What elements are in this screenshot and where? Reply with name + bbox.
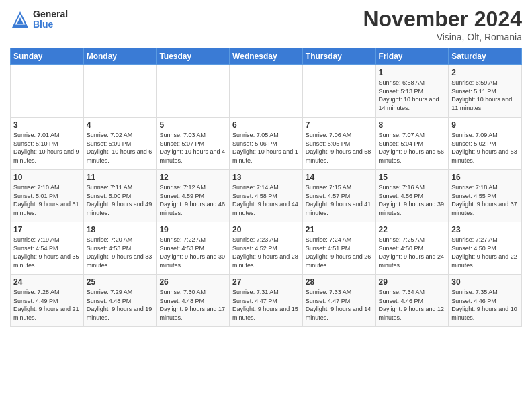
day-info: Sunrise: 7:16 AM Sunset: 4:56 PM Dayligh… <box>379 183 446 217</box>
main-container: General Blue November 2024 Visina, Olt, … <box>0 0 532 330</box>
calendar-cell: 15Sunrise: 7:16 AM Sunset: 4:56 PM Dayli… <box>375 170 449 222</box>
day-info: Sunrise: 7:25 AM Sunset: 4:50 PM Dayligh… <box>379 236 446 269</box>
calendar-cell: 18Sunrise: 7:20 AM Sunset: 4:53 PM Dayli… <box>83 222 157 275</box>
week-row-3: 10Sunrise: 7:10 AM Sunset: 5:01 PM Dayli… <box>11 170 522 222</box>
calendar-cell: 24Sunrise: 7:28 AM Sunset: 4:49 PM Dayli… <box>11 275 84 327</box>
day-number: 21 <box>306 225 373 234</box>
day-info: Sunrise: 7:33 AM Sunset: 4:47 PM Dayligh… <box>306 288 373 322</box>
day-info: Sunrise: 7:14 AM Sunset: 4:58 PM Dayligh… <box>232 183 300 217</box>
day-number: 11 <box>87 173 154 182</box>
calendar-cell: 26Sunrise: 7:30 AM Sunset: 4:48 PM Dayli… <box>157 275 230 327</box>
day-info: Sunrise: 7:19 AM Sunset: 4:54 PM Dayligh… <box>13 236 81 269</box>
day-info: Sunrise: 7:28 AM Sunset: 4:49 PM Dayligh… <box>13 288 81 322</box>
col-thursday: Thursday <box>302 48 375 65</box>
calendar-cell: 22Sunrise: 7:25 AM Sunset: 4:50 PM Dayli… <box>375 222 449 275</box>
day-number: 28 <box>306 277 373 287</box>
calendar-cell <box>83 65 157 118</box>
calendar-cell: 27Sunrise: 7:31 AM Sunset: 4:47 PM Dayli… <box>230 275 303 327</box>
calendar-cell: 16Sunrise: 7:18 AM Sunset: 4:55 PM Dayli… <box>449 170 522 222</box>
day-number: 1 <box>379 68 446 77</box>
day-number: 5 <box>159 120 226 130</box>
logo-general-text: General <box>33 9 68 19</box>
calendar-cell: 20Sunrise: 7:23 AM Sunset: 4:52 PM Dayli… <box>230 222 303 275</box>
col-sunday: Sunday <box>11 48 84 65</box>
calendar-cell <box>302 65 375 118</box>
day-number: 18 <box>87 225 154 234</box>
day-number: 27 <box>232 277 300 287</box>
logo: General Blue <box>10 9 68 30</box>
calendar-cell: 30Sunrise: 7:35 AM Sunset: 4:46 PM Dayli… <box>449 275 522 327</box>
day-info: Sunrise: 7:18 AM Sunset: 4:55 PM Dayligh… <box>451 183 519 217</box>
day-number: 15 <box>379 173 446 182</box>
calendar-cell: 21Sunrise: 7:24 AM Sunset: 4:51 PM Dayli… <box>302 222 375 275</box>
day-number: 10 <box>13 173 81 182</box>
calendar-cell: 12Sunrise: 7:12 AM Sunset: 4:59 PM Dayli… <box>157 170 230 222</box>
day-info: Sunrise: 7:02 AM Sunset: 5:09 PM Dayligh… <box>87 131 154 165</box>
day-info: Sunrise: 6:58 AM Sunset: 5:13 PM Dayligh… <box>379 79 446 112</box>
week-row-4: 17Sunrise: 7:19 AM Sunset: 4:54 PM Dayli… <box>11 222 522 275</box>
col-friday: Friday <box>375 48 449 65</box>
calendar-cell: 19Sunrise: 7:22 AM Sunset: 4:53 PM Dayli… <box>157 222 230 275</box>
day-number: 9 <box>451 120 519 130</box>
day-number: 25 <box>87 277 154 287</box>
day-number: 3 <box>13 120 81 130</box>
day-info: Sunrise: 7:34 AM Sunset: 4:46 PM Dayligh… <box>379 288 446 322</box>
calendar-cell: 29Sunrise: 7:34 AM Sunset: 4:46 PM Dayli… <box>375 275 449 327</box>
week-row-1: 1Sunrise: 6:58 AM Sunset: 5:13 PM Daylig… <box>11 65 522 118</box>
header: General Blue November 2024 Visina, Olt, … <box>10 7 522 42</box>
calendar-cell: 11Sunrise: 7:11 AM Sunset: 5:00 PM Dayli… <box>83 170 157 222</box>
col-saturday: Saturday <box>449 48 522 65</box>
day-info: Sunrise: 7:35 AM Sunset: 4:46 PM Dayligh… <box>451 288 519 322</box>
calendar-cell: 3Sunrise: 7:01 AM Sunset: 5:10 PM Daylig… <box>11 118 84 170</box>
day-info: Sunrise: 7:10 AM Sunset: 5:01 PM Dayligh… <box>13 183 81 217</box>
logo-icon <box>10 9 30 30</box>
day-info: Sunrise: 7:12 AM Sunset: 4:59 PM Dayligh… <box>159 183 226 217</box>
day-number: 23 <box>451 225 519 234</box>
day-number: 2 <box>451 68 519 77</box>
calendar-cell: 5Sunrise: 7:03 AM Sunset: 5:07 PM Daylig… <box>157 118 230 170</box>
calendar-cell: 2Sunrise: 6:59 AM Sunset: 5:11 PM Daylig… <box>449 65 522 118</box>
day-info: Sunrise: 7:06 AM Sunset: 5:05 PM Dayligh… <box>306 131 373 165</box>
day-number: 24 <box>13 277 81 287</box>
calendar-cell: 17Sunrise: 7:19 AM Sunset: 4:54 PM Dayli… <box>11 222 84 275</box>
logo-blue-text: Blue <box>33 19 68 30</box>
week-row-2: 3Sunrise: 7:01 AM Sunset: 5:10 PM Daylig… <box>11 118 522 170</box>
day-info: Sunrise: 7:24 AM Sunset: 4:51 PM Dayligh… <box>306 236 373 269</box>
day-info: Sunrise: 7:05 AM Sunset: 5:06 PM Dayligh… <box>232 131 300 165</box>
calendar-cell: 14Sunrise: 7:15 AM Sunset: 4:57 PM Dayli… <box>302 170 375 222</box>
day-number: 14 <box>306 173 373 182</box>
day-number: 17 <box>13 225 81 234</box>
day-number: 29 <box>379 277 446 287</box>
calendar-table: Sunday Monday Tuesday Wednesday Thursday… <box>10 48 522 327</box>
calendar-cell: 8Sunrise: 7:07 AM Sunset: 5:04 PM Daylig… <box>375 118 449 170</box>
day-info: Sunrise: 7:11 AM Sunset: 5:00 PM Dayligh… <box>87 183 154 217</box>
day-info: Sunrise: 7:07 AM Sunset: 5:04 PM Dayligh… <box>379 131 446 165</box>
day-info: Sunrise: 7:29 AM Sunset: 4:48 PM Dayligh… <box>87 288 154 322</box>
col-monday: Monday <box>83 48 157 65</box>
calendar-cell: 6Sunrise: 7:05 AM Sunset: 5:06 PM Daylig… <box>230 118 303 170</box>
day-number: 22 <box>379 225 446 234</box>
day-info: Sunrise: 7:27 AM Sunset: 4:50 PM Dayligh… <box>451 236 519 269</box>
day-number: 13 <box>232 173 300 182</box>
col-wednesday: Wednesday <box>230 48 303 65</box>
month-title: November 2024 <box>363 7 522 32</box>
week-row-5: 24Sunrise: 7:28 AM Sunset: 4:49 PM Dayli… <box>11 275 522 327</box>
day-info: Sunrise: 6:59 AM Sunset: 5:11 PM Dayligh… <box>451 79 519 112</box>
day-number: 7 <box>306 120 373 130</box>
day-info: Sunrise: 7:01 AM Sunset: 5:10 PM Dayligh… <box>13 131 81 165</box>
day-info: Sunrise: 7:15 AM Sunset: 4:57 PM Dayligh… <box>306 183 373 217</box>
day-info: Sunrise: 7:23 AM Sunset: 4:52 PM Dayligh… <box>232 236 300 269</box>
day-info: Sunrise: 7:09 AM Sunset: 5:02 PM Dayligh… <box>451 131 519 165</box>
calendar-cell: 23Sunrise: 7:27 AM Sunset: 4:50 PM Dayli… <box>449 222 522 275</box>
day-info: Sunrise: 7:30 AM Sunset: 4:48 PM Dayligh… <box>159 288 226 322</box>
calendar-cell: 10Sunrise: 7:10 AM Sunset: 5:01 PM Dayli… <box>11 170 84 222</box>
day-number: 4 <box>87 120 154 130</box>
calendar-cell: 9Sunrise: 7:09 AM Sunset: 5:02 PM Daylig… <box>449 118 522 170</box>
day-number: 20 <box>232 225 300 234</box>
day-number: 16 <box>451 173 519 182</box>
day-number: 26 <box>159 277 226 287</box>
day-number: 19 <box>159 225 226 234</box>
logo-text: General Blue <box>33 9 68 30</box>
title-block: November 2024 Visina, Olt, Romania <box>363 7 522 42</box>
day-number: 6 <box>232 120 300 130</box>
